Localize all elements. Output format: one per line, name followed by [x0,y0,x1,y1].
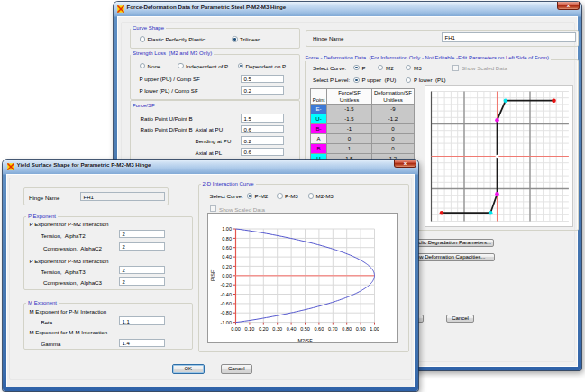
svg-text:0.20: 0.20 [258,326,268,332]
svg-text:0.80: 0.80 [222,235,232,241]
svg-text:-0.80: -0.80 [220,310,232,315]
svg-text:0.00: 0.00 [222,273,232,278]
svg-text:-1.00: -1.00 [220,319,232,324]
svg-text:-0.40: -0.40 [220,291,232,296]
svg-text:1.00: 1.00 [222,226,232,232]
svg-text:M2/SF: M2/SF [297,337,313,342]
svg-text:-0.20: -0.20 [220,282,232,287]
svg-text:0.90: 0.90 [355,326,365,332]
svg-text:0.60: 0.60 [314,326,324,332]
svg-text:0.80: 0.80 [342,326,352,332]
svg-text:0.20: 0.20 [222,263,232,269]
svg-text:0.70: 0.70 [327,326,337,332]
svg-text:-0.60: -0.60 [220,301,232,306]
svg-text:P/SF: P/SF [210,269,215,281]
svg-text:1.00: 1.00 [370,326,379,332]
svg-text:0.40: 0.40 [222,254,232,260]
svg-text:0.50: 0.50 [300,326,310,332]
svg-text:0.00: 0.00 [231,326,241,332]
svg-text:0.60: 0.60 [222,244,232,250]
svg-text:0.40: 0.40 [286,326,296,332]
svg-text:0.10: 0.10 [244,326,254,332]
svg-text:0.30: 0.30 [272,326,282,332]
